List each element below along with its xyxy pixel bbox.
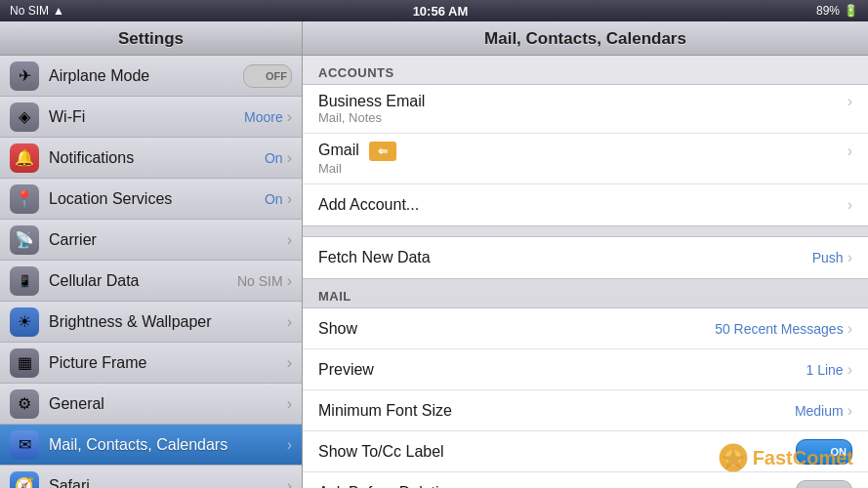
safari-label: Safari xyxy=(49,477,283,489)
add-account-chevron: › xyxy=(847,196,852,214)
wifi-chevron: › xyxy=(287,108,292,126)
min-font-label: Minimum Font Size xyxy=(318,402,795,420)
safari-chevron: › xyxy=(287,477,292,489)
show-label: Show xyxy=(318,320,715,338)
sidebar: Settings ✈ Airplane Mode OFF ◈ Wi-Fi Moo… xyxy=(0,21,303,488)
gmail-chevron: › xyxy=(847,142,852,160)
gmail-row[interactable]: Gmail ⇐ › Mail xyxy=(303,134,868,184)
panel-title: Mail, Contacts, Calendars xyxy=(484,29,686,48)
notifications-value: On xyxy=(265,150,283,166)
preview-label: Preview xyxy=(318,361,806,379)
notifications-label: Notifications xyxy=(49,149,265,167)
sidebar-item-picture-frame[interactable]: ▦ Picture Frame › xyxy=(0,343,302,384)
brightness-icon: ☀ xyxy=(10,307,39,337)
wifi-icon: ◈ xyxy=(10,102,39,132)
general-chevron: › xyxy=(287,395,292,413)
accounts-group: Business Email › Mail, Notes Gmail ⇐ xyxy=(303,84,868,226)
min-font-value: Medium xyxy=(795,403,844,419)
show-row[interactable]: Show 50 Recent Messages › xyxy=(303,308,868,349)
carrier-icon: 📡 xyxy=(10,225,39,255)
carrier-label: No SIM xyxy=(10,4,49,18)
gmail-name: Gmail ⇐ xyxy=(318,142,847,161)
mail-icon: ✉ xyxy=(10,430,39,460)
sidebar-item-safari[interactable]: 🧭 Safari › xyxy=(0,466,302,488)
general-icon: ⚙ xyxy=(10,389,39,419)
location-services-icon: 📍 xyxy=(10,184,39,214)
fastcomet-logo-icon xyxy=(718,442,749,473)
accounts-section-label: Accounts xyxy=(303,56,868,84)
sidebar-item-cellular-data[interactable]: 📱 Cellular Data No SIM › xyxy=(0,261,302,302)
cellular-label: Cellular Data xyxy=(49,272,237,290)
ask-delete-label: Ask Before Deleting xyxy=(318,484,796,489)
airplane-mode-toggle[interactable]: OFF xyxy=(243,64,292,88)
cellular-value: No SIM xyxy=(237,273,283,289)
wifi-label: Wi-Fi xyxy=(49,108,244,126)
location-services-label: Location Services xyxy=(49,190,265,208)
location-services-value: On xyxy=(265,191,283,207)
picture-frame-icon: ▦ xyxy=(10,348,39,378)
airplane-mode-label: Airplane Mode xyxy=(49,67,243,85)
right-panel: Mail, Contacts, Calendars Accounts Busin… xyxy=(303,21,868,488)
fetch-new-data-value: Push xyxy=(812,250,844,265)
show-chevron: › xyxy=(847,320,852,338)
sidebar-item-wifi[interactable]: ◈ Wi-Fi Moore › xyxy=(0,97,302,138)
sidebar-item-carrier[interactable]: 📡 Carrier › xyxy=(0,220,302,261)
status-bar: No SIM ▲ 10:56 AM 89% 🔋 xyxy=(0,0,868,21)
ask-delete-toggle[interactable]: OFF xyxy=(796,480,852,489)
show-value: 50 Recent Messages xyxy=(715,321,844,337)
notifications-chevron: › xyxy=(287,149,292,167)
sidebar-header: Settings xyxy=(0,21,302,56)
location-services-chevron: › xyxy=(287,190,292,208)
carrier-label-item: Carrier xyxy=(49,231,283,249)
mail-section-label: Mail xyxy=(303,279,868,307)
carrier-chevron: › xyxy=(287,231,292,249)
fetch-new-data-label: Fetch New Data xyxy=(318,249,812,266)
general-label: General xyxy=(49,395,283,413)
picture-frame-label: Picture Frame xyxy=(49,354,283,372)
business-email-type: Mail, Notes xyxy=(318,110,382,125)
preview-row[interactable]: Preview 1 Line › xyxy=(303,349,868,390)
watermark-text: FastComet xyxy=(753,447,853,469)
brightness-label: Brightness & Wallpaper xyxy=(49,313,283,331)
wifi-value: Moore xyxy=(244,109,283,125)
sidebar-item-location-services[interactable]: 📍 Location Services On › xyxy=(0,179,302,220)
sidebar-item-mail[interactable]: ✉ Mail, Contacts, Calendars › xyxy=(0,425,302,466)
safari-icon: 🧭 xyxy=(10,471,39,489)
min-font-row[interactable]: Minimum Font Size Medium › xyxy=(303,390,868,431)
add-account-label: Add Account... xyxy=(318,196,847,214)
sidebar-item-brightness[interactable]: ☀ Brightness & Wallpaper › xyxy=(0,302,302,343)
fetch-new-data-group: Fetch New Data Push › xyxy=(303,236,868,279)
airplane-mode-toggle-label: OFF xyxy=(266,70,287,82)
svg-text:⇐: ⇐ xyxy=(378,144,388,158)
mail-label: Mail, Contacts, Calendars xyxy=(49,436,283,454)
battery-icon: 🔋 xyxy=(844,4,858,18)
ask-delete-row[interactable]: Ask Before Deleting OFF xyxy=(303,472,868,488)
preview-value: 1 Line xyxy=(806,362,844,378)
watermark: FastComet xyxy=(718,442,853,473)
airplane-mode-icon: ✈ xyxy=(10,61,39,91)
preview-chevron: › xyxy=(847,361,852,379)
panel-header: Mail, Contacts, Calendars xyxy=(303,21,868,56)
gmail-type: Mail xyxy=(318,161,342,176)
battery-percent: 89% xyxy=(816,4,840,18)
wifi-icon: ▲ xyxy=(53,4,64,18)
mail-chevron: › xyxy=(287,436,292,454)
notifications-icon: 🔔 xyxy=(10,143,39,173)
sidebar-item-notifications[interactable]: 🔔 Notifications On › xyxy=(0,138,302,179)
sidebar-item-airplane-mode[interactable]: ✈ Airplane Mode OFF xyxy=(0,56,302,97)
fetch-new-data-row[interactable]: Fetch New Data Push › xyxy=(303,237,868,278)
fetch-new-data-chevron: › xyxy=(847,249,852,266)
gmail-cursor-icon: ⇐ xyxy=(369,142,396,161)
cellular-chevron: › xyxy=(287,272,292,290)
min-font-chevron: › xyxy=(847,402,852,420)
business-email-row[interactable]: Business Email › Mail, Notes xyxy=(303,85,868,134)
sidebar-item-general[interactable]: ⚙ General › xyxy=(0,384,302,425)
business-email-chevron: › xyxy=(847,93,852,110)
time-display: 10:56 AM xyxy=(413,4,469,19)
cellular-icon: 📱 xyxy=(10,266,39,296)
picture-frame-chevron: › xyxy=(287,354,292,372)
business-email-name: Business Email xyxy=(318,93,847,110)
add-account-row[interactable]: Add Account... › xyxy=(303,184,868,225)
brightness-chevron: › xyxy=(287,313,292,331)
